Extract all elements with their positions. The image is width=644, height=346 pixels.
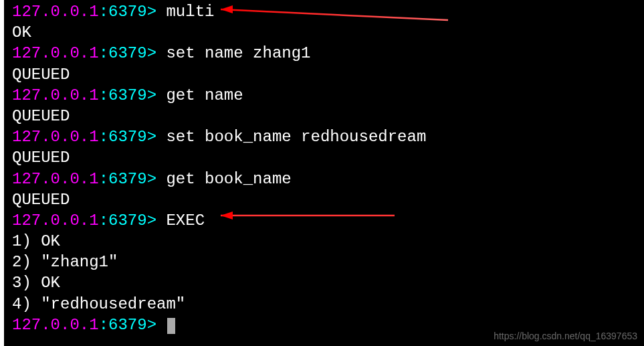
terminal-command-line: 127.0.0.1:6379> EXEC [12, 210, 644, 231]
terminal-output-line: 3) OK [12, 272, 644, 293]
prompt-ip: 127.0.0.1 [12, 211, 99, 230]
prompt-port: :6379> [99, 3, 156, 21]
command-text: EXEC [156, 211, 205, 230]
prompt-ip: 127.0.0.1 [12, 170, 99, 188]
terminal-output-line: OK [12, 22, 644, 43]
terminal-output-line: 4) "redhousedream" [12, 294, 644, 315]
prompt-ip: 127.0.0.1 [12, 316, 99, 334]
prompt-ip: 127.0.0.1 [12, 86, 99, 104]
prompt-ip: 127.0.0.1 [12, 3, 99, 21]
command-text: get book_name [156, 170, 292, 188]
terminal-output-line: 1) OK [12, 231, 644, 252]
cursor [167, 318, 175, 334]
terminal-output-line: QUEUED [12, 189, 644, 210]
terminal-output-line: QUEUED [12, 106, 644, 126]
terminal-output-line: QUEUED [12, 64, 644, 85]
terminal-command-line: 127.0.0.1:6379> get book_name [12, 169, 644, 189]
prompt-port: :6379> [99, 316, 156, 334]
terminal-output-line: QUEUED [12, 147, 644, 168]
command-text [156, 316, 166, 334]
prompt-port: :6379> [99, 86, 156, 104]
terminal-command-line: 127.0.0.1:6379> multi [12, 1, 644, 22]
terminal-command-line: 127.0.0.1:6379> set book_name redhousedr… [12, 126, 644, 147]
terminal-output-line: 2) "zhang1" [12, 252, 644, 272]
prompt-port: :6379> [99, 170, 156, 188]
command-text: set book_name redhousedream [156, 128, 426, 146]
prompt-ip: 127.0.0.1 [12, 128, 99, 146]
window-edge [0, 0, 4, 346]
terminal-command-line: 127.0.0.1:6379> get name [12, 85, 644, 106]
prompt-port: :6379> [99, 128, 156, 146]
prompt-port: :6379> [99, 44, 156, 62]
terminal-output[interactable]: 127.0.0.1:6379> multiOK127.0.0.1:6379> s… [12, 1, 644, 335]
command-text: multi [156, 3, 214, 21]
terminal-command-line: 127.0.0.1:6379> set name zhang1 [12, 43, 644, 64]
watermark: https://blog.csdn.net/qq_16397653 [494, 330, 637, 342]
command-text: set name zhang1 [156, 44, 310, 62]
prompt-port: :6379> [99, 211, 156, 230]
prompt-ip: 127.0.0.1 [12, 44, 99, 62]
command-text: get name [156, 86, 243, 104]
